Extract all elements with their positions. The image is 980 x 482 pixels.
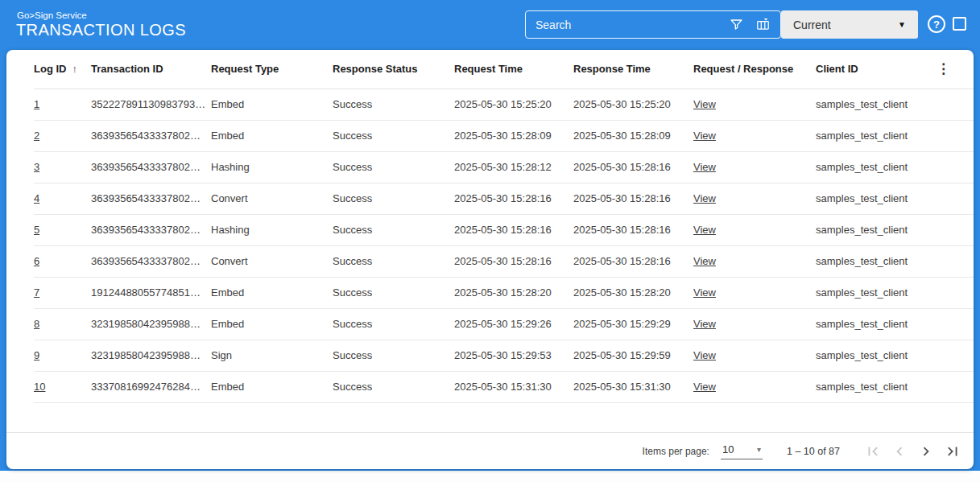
view-link[interactable]: View	[693, 349, 716, 361]
log-id-link[interactable]: 1	[34, 98, 39, 110]
column-menu-cell: ⋮	[937, 50, 974, 89]
cell-menu	[937, 371, 974, 402]
cell-response-time: 2025-05-30 15:28:16	[573, 245, 693, 277]
cell-log-id: 7	[34, 277, 91, 308]
table-row: 636393565433337802967ConvertSuccess2025-…	[34, 245, 974, 277]
cell-request-response: View	[693, 277, 816, 308]
cell-menu	[937, 183, 974, 214]
cell-request-time: 2025-05-30 15:28:20	[454, 277, 573, 308]
cell-request-time: 2025-05-30 15:28:09	[454, 120, 573, 151]
filter-icon[interactable]	[728, 17, 744, 33]
cell-log-id: 6	[34, 245, 91, 277]
column-header-log-id[interactable]: Log ID↑	[34, 50, 91, 89]
cell-transaction-id: 36393565433337802967	[91, 151, 211, 183]
cell-client-id: samples_test_client	[816, 183, 937, 214]
search-input[interactable]	[526, 19, 728, 31]
log-id-link[interactable]: 8	[34, 318, 39, 330]
column-header-transaction-id: Transaction ID	[91, 50, 211, 89]
page-title: TRANSACTION LOGS	[16, 21, 186, 39]
cell-log-id: 3	[34, 151, 91, 183]
cell-transaction-id: 36393565433337802967	[91, 214, 211, 245]
log-id-link[interactable]: 3	[34, 161, 39, 173]
table-row: 719124488055774851459EmbedSuccess2025-05…	[34, 277, 974, 308]
cell-log-id: 10	[34, 371, 91, 402]
table-row: 536393565433337802967HashingSuccess2025-…	[34, 214, 974, 245]
log-id-link[interactable]: 5	[34, 224, 39, 236]
service-name: Go>Sign Service	[17, 10, 87, 20]
items-per-page-label: Items per page:	[643, 446, 709, 457]
cell-request-response: View	[693, 245, 816, 277]
cell-log-id: 2	[34, 120, 91, 151]
cell-request-time: 2025-05-30 15:28:16	[454, 214, 573, 245]
cell-response-time: 2025-05-30 15:28:16	[573, 214, 693, 245]
cell-request-type: Sign	[211, 340, 333, 371]
view-link[interactable]: View	[693, 161, 716, 173]
view-link[interactable]: View	[693, 381, 716, 393]
transaction-logs-card: Log ID↑ Transaction ID Request Type Resp…	[6, 50, 974, 469]
cell-menu	[937, 277, 974, 308]
cell-request-time: 2025-05-30 15:28:16	[454, 183, 573, 214]
column-header-request-type: Request Type	[211, 50, 333, 89]
cell-menu	[937, 151, 974, 183]
cell-menu	[937, 340, 974, 371]
cell-response-status: Success	[333, 340, 454, 371]
cell-client-id: samples_test_client	[816, 89, 937, 120]
first-page-button[interactable]	[863, 442, 883, 461]
view-link[interactable]: View	[693, 130, 716, 142]
log-id-link[interactable]: 7	[34, 286, 39, 299]
cell-request-type: Hashing	[211, 151, 333, 183]
view-link[interactable]: View	[693, 224, 716, 236]
overflow-menu-icon[interactable]: ⋮	[937, 61, 950, 76]
cell-log-id: 8	[34, 308, 91, 340]
cell-request-type: Convert	[211, 183, 333, 214]
view-link[interactable]: View	[693, 255, 716, 267]
cell-request-time: 2025-05-30 15:29:53	[454, 340, 573, 371]
items-per-page-value: 10	[722, 443, 734, 455]
previous-page-button[interactable]	[890, 442, 909, 461]
log-id-link[interactable]: 4	[34, 192, 39, 204]
cell-client-id: samples_test_client	[816, 245, 937, 277]
cell-request-time: 2025-05-30 15:29:26	[454, 308, 573, 340]
table-row: 135222789113098379313EmbedSuccess2025-05…	[34, 89, 974, 120]
log-id-link[interactable]: 9	[34, 349, 39, 361]
log-id-link[interactable]: 6	[34, 255, 39, 267]
column-settings-icon[interactable]	[755, 17, 771, 33]
next-page-button[interactable]	[916, 442, 936, 461]
cell-response-time: 2025-05-30 15:28:16	[573, 183, 693, 214]
cell-menu	[937, 308, 974, 340]
cell-request-type: Embed	[211, 308, 333, 340]
cell-client-id: samples_test_client	[816, 340, 937, 371]
cell-request-time: 2025-05-30 15:28:16	[454, 245, 573, 277]
square-icon[interactable]	[953, 17, 966, 31]
cell-client-id: samples_test_client	[816, 277, 937, 308]
table-row: 932319858042395988121SignSuccess2025-05-…	[34, 340, 974, 371]
view-link[interactable]: View	[693, 192, 716, 204]
last-page-button[interactable]	[943, 442, 962, 461]
view-link[interactable]: View	[693, 98, 716, 110]
cell-transaction-id: 36393565433337802967	[91, 183, 211, 214]
cell-response-time: 2025-05-30 15:25:20	[573, 89, 693, 120]
cell-response-time: 2025-05-30 15:28:09	[573, 120, 693, 151]
view-select[interactable]: Current ▼	[781, 10, 918, 39]
help-icon[interactable]: ?	[928, 15, 945, 33]
view-link[interactable]: View	[693, 286, 716, 299]
transaction-logs-table: Log ID↑ Transaction ID Request Type Resp…	[34, 50, 974, 403]
log-id-link[interactable]: 2	[34, 130, 39, 142]
cell-response-status: Success	[333, 245, 454, 277]
cell-request-time: 2025-05-30 15:31:30	[454, 371, 573, 402]
cell-transaction-id: 36393565433337802967	[91, 120, 211, 151]
cell-response-status: Success	[333, 308, 454, 340]
log-id-link[interactable]: 10	[34, 381, 45, 393]
cell-response-time: 2025-05-30 15:28:16	[573, 151, 693, 183]
items-per-page-select[interactable]: 10 ▾	[721, 443, 763, 459]
cell-client-id: samples_test_client	[816, 308, 937, 340]
cell-request-response: View	[693, 120, 816, 151]
search-icons	[728, 17, 780, 33]
cell-response-time: 2025-05-30 15:31:30	[573, 371, 693, 402]
cell-request-type: Embed	[211, 277, 333, 308]
cell-response-status: Success	[333, 151, 454, 183]
table-body: 135222789113098379313EmbedSuccess2025-05…	[34, 89, 974, 402]
view-link[interactable]: View	[693, 318, 716, 330]
cell-client-id: samples_test_client	[816, 120, 937, 151]
cell-response-time: 2025-05-30 15:29:29	[573, 308, 693, 340]
